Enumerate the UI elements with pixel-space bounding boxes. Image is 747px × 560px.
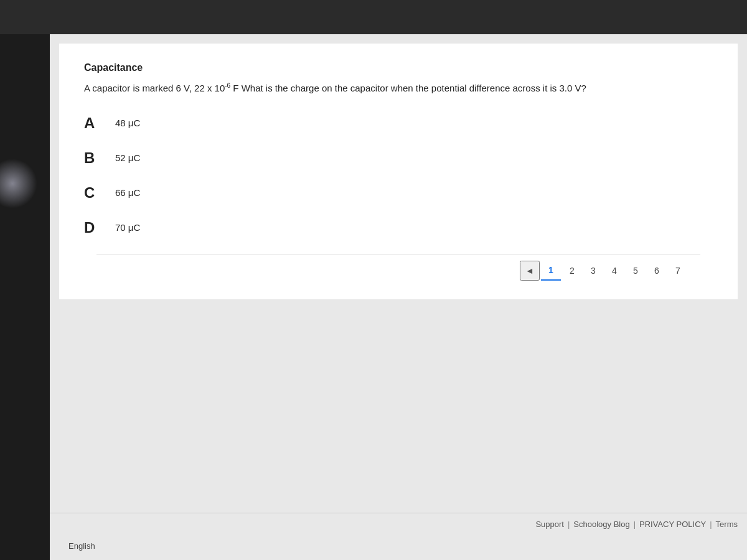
footer-sep-2: | bbox=[634, 520, 636, 529]
option-c-letter: C bbox=[84, 184, 115, 202]
left-sidebar bbox=[0, 34, 50, 560]
option-c-value: 66 μC bbox=[115, 187, 140, 198]
footer-sep-3: | bbox=[710, 520, 712, 529]
answer-options-list: A 48 μC B 52 μC C 66 μC D 70 μC bbox=[84, 114, 713, 236]
language-label: English bbox=[68, 541, 95, 551]
footer-sep-1: | bbox=[568, 520, 570, 529]
question-unit: F bbox=[230, 83, 238, 93]
pagination-page-6[interactable]: 6 bbox=[647, 261, 667, 281]
footer-blog-link[interactable]: Schoology Blog bbox=[573, 520, 629, 529]
sidebar-decoration bbox=[0, 159, 37, 208]
footer-privacy-link[interactable]: PRIVACY POLICY bbox=[639, 520, 706, 529]
question-text-prefix: A capacitor is marked 6 V, 22 bbox=[84, 83, 207, 93]
option-c[interactable]: C 66 μC bbox=[84, 184, 713, 202]
pagination-page-1[interactable]: 1 bbox=[541, 261, 561, 281]
footer-bar: Support | Schoology Blog | PRIVACY POLIC… bbox=[50, 513, 747, 535]
question-topic: Capacitance bbox=[84, 62, 713, 73]
language-bar: English bbox=[59, 535, 738, 560]
footer-terms-link[interactable]: Terms bbox=[716, 520, 738, 529]
pagination-page-2[interactable]: 2 bbox=[562, 261, 582, 281]
option-a-letter: A bbox=[84, 114, 115, 132]
top-nav-bar bbox=[0, 0, 747, 34]
option-a[interactable]: A 48 μC bbox=[84, 114, 713, 132]
footer-support-link[interactable]: Support bbox=[535, 520, 564, 529]
option-d-value: 70 μC bbox=[115, 222, 140, 233]
question-card: Capacitance A capacitor is marked 6 V, 2… bbox=[59, 44, 738, 299]
question-exponent: -6 bbox=[225, 82, 230, 89]
footer-links: Support | Schoology Blog | PRIVACY POLIC… bbox=[535, 520, 738, 529]
pagination-bar: ◄ 1 2 3 4 5 6 7 bbox=[96, 254, 700, 287]
pagination-page-4[interactable]: 4 bbox=[604, 261, 624, 281]
option-b[interactable]: B 52 μC bbox=[84, 149, 713, 167]
option-b-letter: B bbox=[84, 149, 115, 167]
pagination-page-7[interactable]: 7 bbox=[668, 261, 688, 281]
option-b-value: 52 μC bbox=[115, 152, 140, 163]
option-d[interactable]: D 70 μC bbox=[84, 219, 713, 236]
question-power: 10 bbox=[212, 83, 225, 93]
option-d-letter: D bbox=[84, 219, 115, 236]
gray-spacer bbox=[59, 299, 738, 513]
pagination-prev[interactable]: ◄ bbox=[520, 261, 540, 281]
question-text: A capacitor is marked 6 V, 22 x 10-6 F W… bbox=[84, 81, 713, 96]
pagination-page-3[interactable]: 3 bbox=[583, 261, 603, 281]
pagination-page-5[interactable]: 5 bbox=[626, 261, 646, 281]
main-content-area: Capacitance A capacitor is marked 6 V, 2… bbox=[50, 34, 747, 560]
question-suffix: What is the charge on the capacitor when… bbox=[239, 83, 586, 93]
option-a-value: 48 μC bbox=[115, 118, 140, 128]
